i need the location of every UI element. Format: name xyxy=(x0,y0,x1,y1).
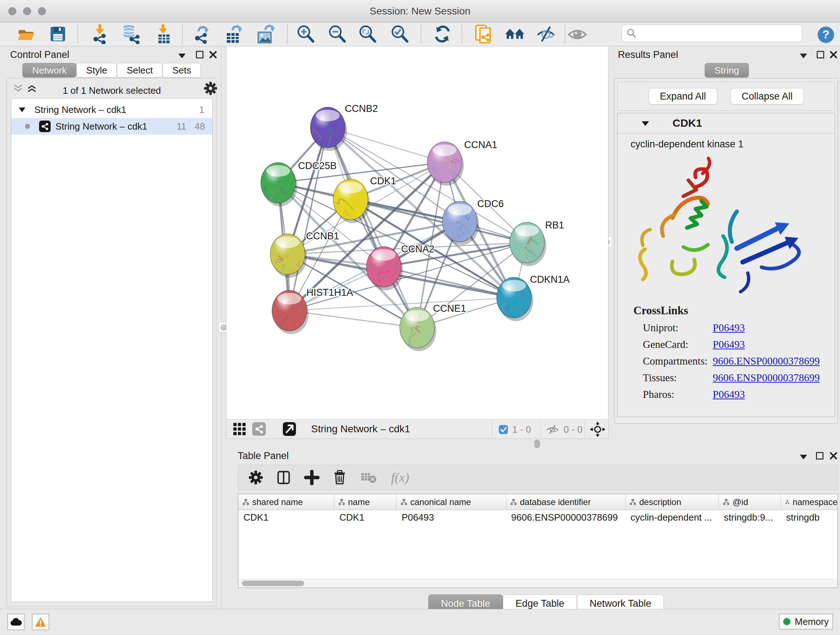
maximize-panel-icon[interactable] xyxy=(816,51,824,59)
cloud-button[interactable] xyxy=(7,614,25,630)
detach-view-icon[interactable] xyxy=(282,421,297,437)
toolbar-separator xyxy=(462,25,462,43)
network-node-CDKN1A[interactable]: CDKN1A xyxy=(497,274,570,321)
import-network-file-button[interactable] xyxy=(89,23,111,45)
gear-icon[interactable] xyxy=(204,81,218,95)
houses-icon xyxy=(504,24,525,44)
hidden-eye-slash-icon[interactable] xyxy=(546,424,559,435)
show-column-icon[interactable] xyxy=(276,470,291,485)
collection-count: 1 xyxy=(199,104,204,116)
import-network-database-button[interactable] xyxy=(119,23,141,45)
zoom-selected-button[interactable] xyxy=(389,23,411,45)
open-session-button[interactable] xyxy=(15,23,37,45)
birdseye-crosshair-icon[interactable] xyxy=(590,421,606,437)
network-canvas[interactable]: CCNB2CCNA1CDC25BCDK1CDC6RB1CCNB1CCNA2CDK… xyxy=(226,46,608,418)
crosslink-compartments[interactable]: 9606.ENSP00000378699 xyxy=(713,355,820,367)
zoom-out-button[interactable] xyxy=(326,23,348,45)
table-horizontal-scrollbar[interactable] xyxy=(238,579,837,587)
column-header-namespace[interactable]: namespace xyxy=(781,494,837,510)
network-collection-row[interactable]: String Network – cdk1 1 xyxy=(11,101,212,118)
selected-checkbox-icon[interactable] xyxy=(499,424,508,434)
first-neighbors-button[interactable] xyxy=(504,23,526,45)
export-table-button[interactable] xyxy=(223,23,245,45)
table-row[interactable]: CDK1 CDK1 P06493 9606.ENSP00000378699 cy… xyxy=(238,510,837,524)
maximize-panel-icon[interactable] xyxy=(196,51,204,59)
close-panel-icon[interactable] xyxy=(209,51,217,59)
tab-style[interactable]: Style xyxy=(76,63,117,78)
export-network-icon xyxy=(191,24,212,44)
scrollbar-thumb[interactable] xyxy=(242,581,304,586)
delete-table-icon[interactable] xyxy=(361,471,377,484)
maximize-panel-icon[interactable] xyxy=(816,452,824,460)
memory-button[interactable]: Memory xyxy=(779,614,833,630)
splitter-grip[interactable] xyxy=(534,440,540,448)
close-panel-icon[interactable] xyxy=(829,452,837,460)
node-label: CDKN1A xyxy=(530,274,570,285)
column-header-shared-name[interactable]: shared name xyxy=(238,494,334,510)
expand-all-button[interactable]: Expand All xyxy=(649,88,717,105)
network-row[interactable]: String Network – cdk1 11 48 xyxy=(11,118,212,135)
network-node-CDC6[interactable]: CDC6 xyxy=(442,198,504,247)
crosslink-pharos[interactable]: P06493 xyxy=(713,388,745,400)
network-node-CDK1[interactable]: CDK1 xyxy=(333,176,396,223)
tab-sets[interactable]: Sets xyxy=(163,63,201,78)
column-header-description[interactable]: description xyxy=(625,494,719,510)
column-header-canonical-name[interactable]: canonical name xyxy=(396,494,506,510)
column-type-icon xyxy=(785,499,789,505)
disclosure-triangle-icon[interactable] xyxy=(641,120,649,126)
tab-select[interactable]: Select xyxy=(117,63,163,78)
grid-view-icon[interactable] xyxy=(232,422,247,436)
column-header-name[interactable]: name xyxy=(334,494,396,510)
network-view[interactable]: CCNB2CCNA1CDC25BCDK1CDC6RB1CCNB1CCNA2CDK… xyxy=(226,46,608,419)
gear-icon[interactable] xyxy=(248,470,263,485)
tab-network[interactable]: Network xyxy=(22,63,76,78)
float-panel-icon[interactable] xyxy=(178,53,186,59)
function-builder-icon[interactable]: f(x) xyxy=(391,470,409,485)
network-node-RB1[interactable]: RB1 xyxy=(510,220,564,267)
string-document-button[interactable] xyxy=(473,23,494,45)
search-box[interactable] xyxy=(622,25,802,42)
float-panel-icon[interactable] xyxy=(799,454,807,460)
title-bar: Session: New Session xyxy=(0,0,840,22)
crosslink-genecard[interactable]: P06493 xyxy=(713,339,745,350)
results-panel-title: Results Panel xyxy=(618,49,678,60)
close-panel-icon[interactable] xyxy=(829,51,837,59)
refresh-view-button[interactable] xyxy=(431,23,453,45)
collapse-all-button[interactable]: Collapse All xyxy=(730,88,804,105)
cloud-icon xyxy=(10,618,22,626)
trash-icon[interactable] xyxy=(332,470,347,485)
crosslink-uniprot[interactable]: P06493 xyxy=(713,322,745,333)
tab-string[interactable]: String xyxy=(705,63,749,78)
show-all-button[interactable] xyxy=(567,23,588,45)
search-input[interactable] xyxy=(637,27,802,40)
help-button[interactable]: ? xyxy=(815,24,837,46)
zoom-in-button[interactable] xyxy=(295,23,317,45)
export-image-button[interactable] xyxy=(255,23,276,45)
save-session-button[interactable] xyxy=(47,23,69,45)
zoom-fit-button[interactable] xyxy=(357,23,378,45)
column-type-icon xyxy=(510,499,516,505)
cell-canonical-name: P06493 xyxy=(396,512,506,523)
string-results-buttons: Expand All Collapse All xyxy=(617,82,835,111)
result-card-header[interactable]: CDK1 xyxy=(617,113,835,134)
disclosure-triangle-icon[interactable] xyxy=(19,107,26,112)
network-node-HIST1H1A[interactable]: HIST1H1A xyxy=(272,287,353,338)
column-header-database-identifier[interactable]: database identifier xyxy=(506,494,625,510)
crosslink-tissues[interactable]: 9606.ENSP00000378699 xyxy=(713,372,820,383)
column-type-icon xyxy=(401,499,407,505)
float-panel-icon[interactable] xyxy=(799,53,807,59)
import-table-button[interactable] xyxy=(153,23,174,45)
import-table-icon xyxy=(153,24,174,44)
warning-button[interactable] xyxy=(32,614,49,630)
memory-status-dot xyxy=(783,618,790,625)
network-node-CCNE1[interactable]: CCNE1 xyxy=(400,303,466,353)
cell-database-identifier: 9606.ENSP00000378699 xyxy=(506,512,625,523)
network-list: String Network – cdk1 1 String Network –… xyxy=(11,98,213,602)
toolbar-separator xyxy=(287,25,287,43)
column-header-id[interactable]: @id xyxy=(719,494,781,510)
hide-selected-button[interactable] xyxy=(535,23,557,45)
add-icon[interactable] xyxy=(304,470,319,485)
export-network-button[interactable] xyxy=(191,23,212,45)
cell-id: stringdb:9... xyxy=(719,512,781,523)
network-view-badge-icon[interactable] xyxy=(252,422,266,436)
